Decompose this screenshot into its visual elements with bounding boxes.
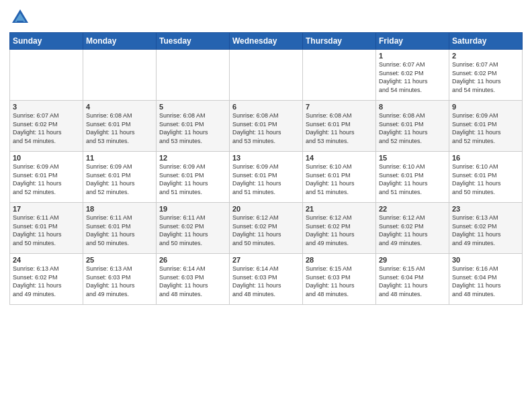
day-number: 25 bbox=[86, 256, 153, 264]
day-number: 15 bbox=[379, 154, 446, 162]
day-number: 2 bbox=[452, 52, 519, 60]
day-of-week-header: Monday bbox=[83, 33, 157, 50]
day-number: 9 bbox=[452, 103, 519, 111]
day-info: Sunrise: 6:09 AM Sunset: 6:01 PM Dayligh… bbox=[159, 163, 226, 196]
calendar-cell: 29Sunrise: 6:15 AM Sunset: 6:04 PM Dayli… bbox=[376, 254, 449, 305]
calendar-cell: 11Sunrise: 6:09 AM Sunset: 6:01 PM Dayli… bbox=[83, 152, 157, 203]
day-info: Sunrise: 6:15 AM Sunset: 6:04 PM Dayligh… bbox=[379, 265, 446, 298]
calendar-cell: 13Sunrise: 6:09 AM Sunset: 6:01 PM Dayli… bbox=[230, 152, 303, 203]
calendar-cell: 2Sunrise: 6:07 AM Sunset: 6:02 PM Daylig… bbox=[449, 50, 523, 101]
day-number: 17 bbox=[13, 205, 80, 213]
day-number: 30 bbox=[452, 256, 519, 264]
day-info: Sunrise: 6:13 AM Sunset: 6:03 PM Dayligh… bbox=[86, 265, 153, 298]
day-info: Sunrise: 6:08 AM Sunset: 6:01 PM Dayligh… bbox=[306, 111, 373, 145]
day-info: Sunrise: 6:07 AM Sunset: 6:02 PM Dayligh… bbox=[13, 111, 80, 145]
day-info: Sunrise: 6:09 AM Sunset: 6:01 PM Dayligh… bbox=[232, 163, 300, 196]
calendar-cell: 22Sunrise: 6:12 AM Sunset: 6:02 PM Dayli… bbox=[376, 203, 449, 254]
day-info: Sunrise: 6:11 AM Sunset: 6:02 PM Dayligh… bbox=[159, 214, 226, 247]
day-info: Sunrise: 6:08 AM Sunset: 6:01 PM Dayligh… bbox=[159, 111, 226, 145]
calendar-cell: 17Sunrise: 6:11 AM Sunset: 6:01 PM Dayli… bbox=[10, 203, 83, 254]
calendar-cell: 30Sunrise: 6:16 AM Sunset: 6:04 PM Dayli… bbox=[449, 254, 523, 305]
calendar-cell: 6Sunrise: 6:08 AM Sunset: 6:01 PM Daylig… bbox=[230, 101, 303, 152]
day-number: 22 bbox=[379, 205, 446, 213]
day-number: 6 bbox=[232, 103, 300, 111]
day-info: Sunrise: 6:13 AM Sunset: 6:02 PM Dayligh… bbox=[13, 265, 80, 298]
calendar-cell: 26Sunrise: 6:14 AM Sunset: 6:03 PM Dayli… bbox=[157, 254, 230, 305]
svg-rect-2 bbox=[17, 21, 24, 23]
day-info: Sunrise: 6:13 AM Sunset: 6:02 PM Dayligh… bbox=[452, 214, 519, 247]
calendar-cell bbox=[157, 50, 230, 101]
day-number: 26 bbox=[159, 256, 226, 264]
calendar-week-row: 1Sunrise: 6:07 AM Sunset: 6:02 PM Daylig… bbox=[10, 50, 523, 101]
day-info: Sunrise: 6:08 AM Sunset: 6:01 PM Dayligh… bbox=[379, 111, 446, 145]
calendar-cell: 7Sunrise: 6:08 AM Sunset: 6:01 PM Daylig… bbox=[303, 101, 376, 152]
calendar-cell: 1Sunrise: 6:07 AM Sunset: 6:02 PM Daylig… bbox=[376, 50, 449, 101]
calendar-cell: 3Sunrise: 6:07 AM Sunset: 6:02 PM Daylig… bbox=[10, 101, 83, 152]
day-of-week-header: Tuesday bbox=[157, 33, 230, 50]
day-number: 14 bbox=[306, 154, 373, 162]
logo bbox=[9, 7, 34, 28]
day-info: Sunrise: 6:11 AM Sunset: 6:01 PM Dayligh… bbox=[13, 214, 80, 247]
day-of-week-header: Friday bbox=[376, 33, 449, 50]
day-info: Sunrise: 6:07 AM Sunset: 6:02 PM Dayligh… bbox=[452, 60, 519, 94]
day-info: Sunrise: 6:09 AM Sunset: 6:01 PM Dayligh… bbox=[86, 163, 153, 196]
calendar-cell: 23Sunrise: 6:13 AM Sunset: 6:02 PM Dayli… bbox=[449, 203, 523, 254]
calendar-cell: 18Sunrise: 6:11 AM Sunset: 6:01 PM Dayli… bbox=[83, 203, 157, 254]
calendar-week-row: 24Sunrise: 6:13 AM Sunset: 6:02 PM Dayli… bbox=[10, 254, 523, 305]
calendar-cell bbox=[10, 50, 83, 101]
day-info: Sunrise: 6:08 AM Sunset: 6:01 PM Dayligh… bbox=[86, 111, 153, 145]
day-number: 28 bbox=[306, 256, 373, 264]
day-number: 4 bbox=[86, 103, 153, 111]
day-info: Sunrise: 6:12 AM Sunset: 6:02 PM Dayligh… bbox=[306, 214, 373, 247]
calendar-cell: 21Sunrise: 6:12 AM Sunset: 6:02 PM Dayli… bbox=[303, 203, 376, 254]
day-info: Sunrise: 6:09 AM Sunset: 6:01 PM Dayligh… bbox=[452, 111, 519, 145]
day-info: Sunrise: 6:10 AM Sunset: 6:01 PM Dayligh… bbox=[306, 163, 373, 196]
calendar-header-row: SundayMondayTuesdayWednesdayThursdayFrid… bbox=[10, 33, 523, 50]
day-info: Sunrise: 6:15 AM Sunset: 6:03 PM Dayligh… bbox=[306, 265, 373, 298]
day-info: Sunrise: 6:16 AM Sunset: 6:04 PM Dayligh… bbox=[452, 265, 519, 298]
calendar-cell: 24Sunrise: 6:13 AM Sunset: 6:02 PM Dayli… bbox=[10, 254, 83, 305]
day-of-week-header: Wednesday bbox=[230, 33, 303, 50]
day-number: 18 bbox=[86, 205, 153, 213]
day-number: 7 bbox=[306, 103, 373, 111]
calendar-week-row: 10Sunrise: 6:09 AM Sunset: 6:01 PM Dayli… bbox=[10, 152, 523, 203]
day-number: 19 bbox=[159, 205, 226, 213]
calendar-cell: 4Sunrise: 6:08 AM Sunset: 6:01 PM Daylig… bbox=[83, 101, 157, 152]
calendar-week-row: 17Sunrise: 6:11 AM Sunset: 6:01 PM Dayli… bbox=[10, 203, 523, 254]
day-info: Sunrise: 6:12 AM Sunset: 6:02 PM Dayligh… bbox=[379, 214, 446, 247]
day-info: Sunrise: 6:12 AM Sunset: 6:02 PM Dayligh… bbox=[232, 214, 300, 247]
calendar-cell: 15Sunrise: 6:10 AM Sunset: 6:01 PM Dayli… bbox=[376, 152, 449, 203]
day-number: 1 bbox=[379, 52, 446, 60]
day-info: Sunrise: 6:10 AM Sunset: 6:01 PM Dayligh… bbox=[452, 163, 519, 196]
day-number: 29 bbox=[379, 256, 446, 264]
day-info: Sunrise: 6:14 AM Sunset: 6:03 PM Dayligh… bbox=[232, 265, 300, 298]
day-info: Sunrise: 6:14 AM Sunset: 6:03 PM Dayligh… bbox=[159, 265, 226, 298]
day-number: 8 bbox=[379, 103, 446, 111]
calendar-cell: 28Sunrise: 6:15 AM Sunset: 6:03 PM Dayli… bbox=[303, 254, 376, 305]
calendar-cell: 14Sunrise: 6:10 AM Sunset: 6:01 PM Dayli… bbox=[303, 152, 376, 203]
day-number: 21 bbox=[306, 205, 373, 213]
calendar-cell: 12Sunrise: 6:09 AM Sunset: 6:01 PM Dayli… bbox=[157, 152, 230, 203]
calendar-cell: 27Sunrise: 6:14 AM Sunset: 6:03 PM Dayli… bbox=[230, 254, 303, 305]
calendar-cell: 20Sunrise: 6:12 AM Sunset: 6:02 PM Dayli… bbox=[230, 203, 303, 254]
calendar: SundayMondayTuesdayWednesdayThursdayFrid… bbox=[9, 32, 523, 305]
day-number: 16 bbox=[452, 154, 519, 162]
day-number: 5 bbox=[159, 103, 226, 111]
calendar-cell bbox=[83, 50, 157, 101]
calendar-cell: 8Sunrise: 6:08 AM Sunset: 6:01 PM Daylig… bbox=[376, 101, 449, 152]
day-number: 20 bbox=[232, 205, 300, 213]
day-info: Sunrise: 6:09 AM Sunset: 6:01 PM Dayligh… bbox=[13, 163, 80, 196]
day-number: 11 bbox=[86, 154, 153, 162]
day-number: 23 bbox=[452, 205, 519, 213]
day-number: 12 bbox=[159, 154, 226, 162]
day-info: Sunrise: 6:08 AM Sunset: 6:01 PM Dayligh… bbox=[232, 111, 300, 145]
calendar-cell bbox=[303, 50, 376, 101]
calendar-cell: 5Sunrise: 6:08 AM Sunset: 6:01 PM Daylig… bbox=[157, 101, 230, 152]
calendar-cell: 10Sunrise: 6:09 AM Sunset: 6:01 PM Dayli… bbox=[10, 152, 83, 203]
day-of-week-header: Sunday bbox=[10, 33, 83, 50]
calendar-cell: 19Sunrise: 6:11 AM Sunset: 6:02 PM Dayli… bbox=[157, 203, 230, 254]
day-number: 13 bbox=[232, 154, 300, 162]
calendar-cell bbox=[230, 50, 303, 101]
header bbox=[9, 7, 523, 28]
day-number: 10 bbox=[13, 154, 80, 162]
